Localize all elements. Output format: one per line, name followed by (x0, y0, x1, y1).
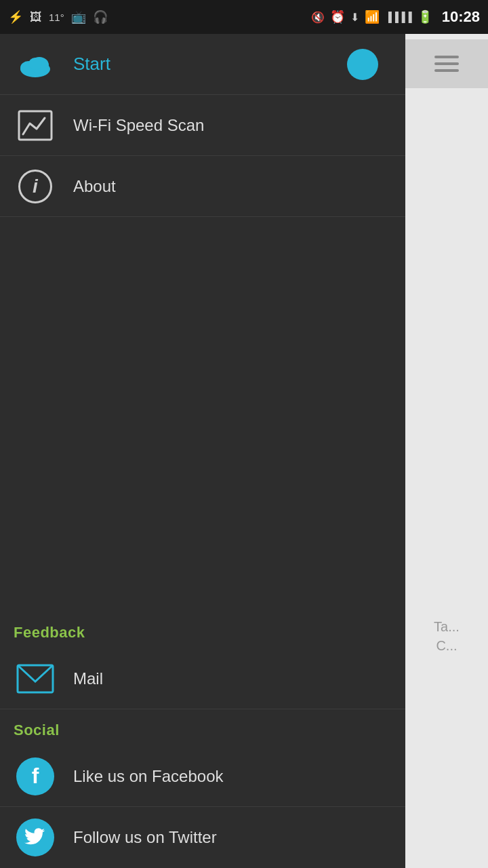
wifi-icon: 📶 (365, 9, 380, 24)
battery-icon: 🔋 (418, 9, 432, 24)
headphones-icon: 🎧 (93, 9, 108, 24)
alarm-icon: ⏰ (330, 9, 345, 24)
feedback-section-header: Feedback (0, 612, 405, 648)
drawer-item-about[interactable]: i About (0, 156, 405, 217)
wifi-speed-scan-label: Wi-Fi Speed Scan (73, 116, 204, 135)
facebook-icon: f (14, 755, 57, 798)
hamburger-icon (434, 56, 459, 72)
temp-icon: 11° (49, 12, 64, 23)
info-icon: i (14, 165, 57, 208)
mute-icon: 🔇 (311, 11, 325, 24)
download-icon: ⬇ (350, 11, 359, 24)
status-right-icons: 🔇 ⏰ ⬇ 📶 ▐▐▐▐ 🔋 10:28 (311, 8, 480, 26)
drawer-spacer (0, 217, 405, 612)
usb-icon: ⚡ (8, 9, 23, 24)
right-panel: Ta...C... (405, 34, 488, 868)
hamburger-button[interactable] (405, 39, 488, 88)
svg-point-3 (28, 58, 42, 70)
start-toggle[interactable] (347, 49, 378, 80)
drawer-panel: Start Wi-Fi Speed Scan i About Feedback (0, 34, 405, 868)
about-label: About (73, 177, 116, 196)
status-left-icons: ⚡ 🖼 11° 📺 🎧 (8, 9, 108, 24)
mail-icon (14, 657, 57, 701)
svg-rect-4 (19, 111, 52, 140)
start-label: Start (73, 54, 347, 75)
drawer-item-start[interactable]: Start (0, 34, 405, 95)
cast-icon: 📺 (71, 9, 86, 24)
tap-hint-text: Ta...C... (434, 617, 460, 655)
twitter-label: Follow us on Twitter (73, 828, 217, 847)
cloud-icon (14, 43, 57, 86)
image-icon: 🖼 (30, 10, 42, 24)
mail-label: Mail (73, 669, 103, 688)
signal-icon: ▐▐▐▐ (385, 12, 412, 22)
drawer-item-twitter[interactable]: Follow us on Twitter (0, 807, 405, 868)
social-section-header: Social (0, 709, 405, 746)
status-bar: ⚡ 🖼 11° 📺 🎧 🔇 ⏰ ⬇ 📶 ▐▐▐▐ 🔋 10:28 (0, 0, 488, 34)
drawer-item-mail[interactable]: Mail (0, 648, 405, 709)
main-layout: Start Wi-Fi Speed Scan i About Feedback (0, 34, 488, 868)
drawer-item-wifi-speed-scan[interactable]: Wi-Fi Speed Scan (0, 95, 405, 156)
chart-icon (14, 104, 57, 147)
twitter-icon (14, 816, 57, 859)
status-time: 10:28 (442, 8, 480, 26)
facebook-label: Like us on Facebook (73, 767, 223, 786)
drawer-item-facebook[interactable]: f Like us on Facebook (0, 746, 405, 807)
